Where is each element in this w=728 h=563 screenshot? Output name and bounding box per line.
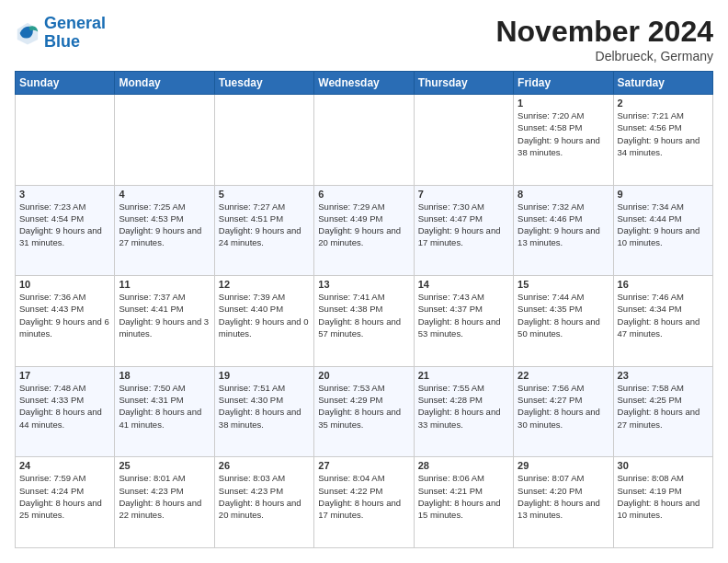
- calendar-cell: 11Sunrise: 7:37 AM Sunset: 4:41 PM Dayli…: [115, 276, 214, 367]
- day-info: Sunrise: 7:55 AM Sunset: 4:28 PM Dayligh…: [418, 382, 509, 431]
- day-number: 11: [119, 279, 210, 290]
- day-info: Sunrise: 7:32 AM Sunset: 4:46 PM Dayligh…: [518, 201, 609, 249]
- day-info: Sunrise: 7:29 AM Sunset: 4:49 PM Dayligh…: [318, 201, 409, 249]
- calendar-cell: 1Sunrise: 7:20 AM Sunset: 4:58 PM Daylig…: [514, 95, 613, 186]
- day-number: 8: [518, 189, 609, 200]
- calendar-header-row: SundayMondayTuesdayWednesdayThursdayFrid…: [16, 72, 713, 95]
- calendar-week-row: 17Sunrise: 7:48 AM Sunset: 4:33 PM Dayli…: [16, 366, 713, 457]
- day-info: Sunrise: 8:01 AM Sunset: 4:23 PM Dayligh…: [119, 472, 210, 521]
- day-info: Sunrise: 7:50 AM Sunset: 4:31 PM Dayligh…: [119, 382, 210, 431]
- day-number: 5: [219, 189, 310, 200]
- day-info: Sunrise: 7:21 AM Sunset: 4:56 PM Dayligh…: [618, 109, 709, 158]
- calendar-cell: 22Sunrise: 7:56 AM Sunset: 4:27 PM Dayli…: [514, 366, 613, 457]
- day-info: Sunrise: 7:37 AM Sunset: 4:41 PM Dayligh…: [119, 291, 210, 339]
- calendar-cell: [314, 95, 414, 186]
- calendar-week-row: 10Sunrise: 7:36 AM Sunset: 4:43 PM Dayli…: [16, 276, 713, 367]
- day-number: 30: [618, 460, 709, 471]
- day-number: 25: [119, 460, 210, 471]
- calendar-cell: 28Sunrise: 8:06 AM Sunset: 4:21 PM Dayli…: [414, 457, 513, 548]
- calendar-cell: [16, 95, 115, 186]
- calendar-cell: 27Sunrise: 8:04 AM Sunset: 4:22 PM Dayli…: [314, 457, 414, 548]
- day-info: Sunrise: 7:48 AM Sunset: 4:33 PM Dayligh…: [19, 382, 110, 431]
- calendar-cell: 2Sunrise: 7:21 AM Sunset: 4:56 PM Daylig…: [613, 95, 712, 186]
- day-info: Sunrise: 7:41 AM Sunset: 4:38 PM Dayligh…: [318, 291, 409, 339]
- day-number: 21: [418, 370, 509, 381]
- day-info: Sunrise: 7:46 AM Sunset: 4:34 PM Dayligh…: [618, 291, 709, 339]
- day-number: 10: [19, 279, 110, 290]
- weekday-header: Sunday: [16, 72, 115, 95]
- day-number: 29: [518, 460, 609, 471]
- calendar-cell: 25Sunrise: 8:01 AM Sunset: 4:23 PM Dayli…: [115, 457, 214, 548]
- day-number: 13: [318, 279, 409, 290]
- day-info: Sunrise: 7:56 AM Sunset: 4:27 PM Dayligh…: [518, 382, 609, 431]
- day-number: 2: [618, 98, 709, 109]
- weekday-header: Wednesday: [314, 72, 414, 95]
- logo-icon: [15, 20, 40, 46]
- calendar-cell: 4Sunrise: 7:25 AM Sunset: 4:53 PM Daylig…: [115, 185, 214, 276]
- day-info: Sunrise: 7:20 AM Sunset: 4:58 PM Dayligh…: [518, 109, 609, 158]
- calendar-cell: 15Sunrise: 7:44 AM Sunset: 4:35 PM Dayli…: [514, 276, 613, 367]
- calendar-cell: 24Sunrise: 7:59 AM Sunset: 4:24 PM Dayli…: [16, 457, 115, 548]
- day-number: 28: [418, 460, 509, 471]
- calendar-cell: 8Sunrise: 7:32 AM Sunset: 4:46 PM Daylig…: [514, 185, 613, 276]
- calendar-cell: [414, 95, 513, 186]
- day-number: 24: [19, 460, 110, 471]
- weekday-header: Friday: [514, 72, 613, 95]
- calendar-cell: 23Sunrise: 7:58 AM Sunset: 4:25 PM Dayli…: [613, 366, 712, 457]
- day-number: 4: [119, 189, 210, 200]
- calendar-cell: [115, 95, 214, 186]
- day-info: Sunrise: 8:03 AM Sunset: 4:23 PM Dayligh…: [219, 472, 310, 521]
- day-info: Sunrise: 7:27 AM Sunset: 4:51 PM Dayligh…: [219, 201, 310, 249]
- day-number: 22: [518, 370, 609, 381]
- calendar-cell: 9Sunrise: 7:34 AM Sunset: 4:44 PM Daylig…: [613, 185, 712, 276]
- day-number: 1: [518, 98, 609, 109]
- header: General Blue November 2024 Delbrueck, Ge…: [15, 15, 713, 63]
- title-area: November 2024 Delbrueck, Germany: [495, 15, 713, 63]
- calendar-cell: 29Sunrise: 8:07 AM Sunset: 4:20 PM Dayli…: [514, 457, 613, 548]
- day-number: 23: [618, 370, 709, 381]
- day-number: 6: [318, 189, 409, 200]
- day-number: 26: [219, 460, 310, 471]
- location: Delbrueck, Germany: [495, 49, 713, 63]
- calendar-cell: 14Sunrise: 7:43 AM Sunset: 4:37 PM Dayli…: [414, 276, 513, 367]
- page: General Blue November 2024 Delbrueck, Ge…: [0, 0, 728, 563]
- day-number: 19: [219, 370, 310, 381]
- day-number: 7: [418, 189, 509, 200]
- day-info: Sunrise: 8:04 AM Sunset: 4:22 PM Dayligh…: [318, 472, 409, 521]
- day-info: Sunrise: 7:51 AM Sunset: 4:30 PM Dayligh…: [219, 382, 310, 431]
- month-title: November 2024: [495, 15, 713, 49]
- logo-text: General Blue: [44, 15, 106, 52]
- day-number: 20: [318, 370, 409, 381]
- day-info: Sunrise: 7:34 AM Sunset: 4:44 PM Dayligh…: [618, 201, 709, 249]
- calendar-cell: 3Sunrise: 7:23 AM Sunset: 4:54 PM Daylig…: [16, 185, 115, 276]
- calendar-cell: 12Sunrise: 7:39 AM Sunset: 4:40 PM Dayli…: [214, 276, 313, 367]
- day-info: Sunrise: 8:07 AM Sunset: 4:20 PM Dayligh…: [518, 472, 609, 521]
- calendar-cell: 17Sunrise: 7:48 AM Sunset: 4:33 PM Dayli…: [16, 366, 115, 457]
- day-info: Sunrise: 7:58 AM Sunset: 4:25 PM Dayligh…: [618, 382, 709, 431]
- calendar-cell: 21Sunrise: 7:55 AM Sunset: 4:28 PM Dayli…: [414, 366, 513, 457]
- calendar-cell: 13Sunrise: 7:41 AM Sunset: 4:38 PM Dayli…: [314, 276, 414, 367]
- calendar-cell: 7Sunrise: 7:30 AM Sunset: 4:47 PM Daylig…: [414, 185, 513, 276]
- day-number: 9: [618, 189, 709, 200]
- day-info: Sunrise: 7:36 AM Sunset: 4:43 PM Dayligh…: [19, 291, 110, 339]
- calendar-week-row: 3Sunrise: 7:23 AM Sunset: 4:54 PM Daylig…: [16, 185, 713, 276]
- day-number: 15: [518, 279, 609, 290]
- day-number: 16: [618, 279, 709, 290]
- calendar-week-row: 1Sunrise: 7:20 AM Sunset: 4:58 PM Daylig…: [16, 95, 713, 186]
- calendar-cell: 6Sunrise: 7:29 AM Sunset: 4:49 PM Daylig…: [314, 185, 414, 276]
- calendar-cell: 19Sunrise: 7:51 AM Sunset: 4:30 PM Dayli…: [214, 366, 313, 457]
- calendar-cell: 18Sunrise: 7:50 AM Sunset: 4:31 PM Dayli…: [115, 366, 214, 457]
- calendar-week-row: 24Sunrise: 7:59 AM Sunset: 4:24 PM Dayli…: [16, 457, 713, 548]
- day-number: 14: [418, 279, 509, 290]
- calendar-cell: 26Sunrise: 8:03 AM Sunset: 4:23 PM Dayli…: [214, 457, 313, 548]
- day-info: Sunrise: 7:44 AM Sunset: 4:35 PM Dayligh…: [518, 291, 609, 339]
- day-info: Sunrise: 7:39 AM Sunset: 4:40 PM Dayligh…: [219, 291, 310, 339]
- day-info: Sunrise: 8:06 AM Sunset: 4:21 PM Dayligh…: [418, 472, 509, 521]
- day-info: Sunrise: 7:23 AM Sunset: 4:54 PM Dayligh…: [19, 201, 110, 249]
- day-info: Sunrise: 7:53 AM Sunset: 4:29 PM Dayligh…: [318, 382, 409, 431]
- day-number: 12: [219, 279, 310, 290]
- day-number: 27: [318, 460, 409, 471]
- calendar-cell: 5Sunrise: 7:27 AM Sunset: 4:51 PM Daylig…: [214, 185, 313, 276]
- weekday-header: Thursday: [414, 72, 513, 95]
- day-info: Sunrise: 7:25 AM Sunset: 4:53 PM Dayligh…: [119, 201, 210, 249]
